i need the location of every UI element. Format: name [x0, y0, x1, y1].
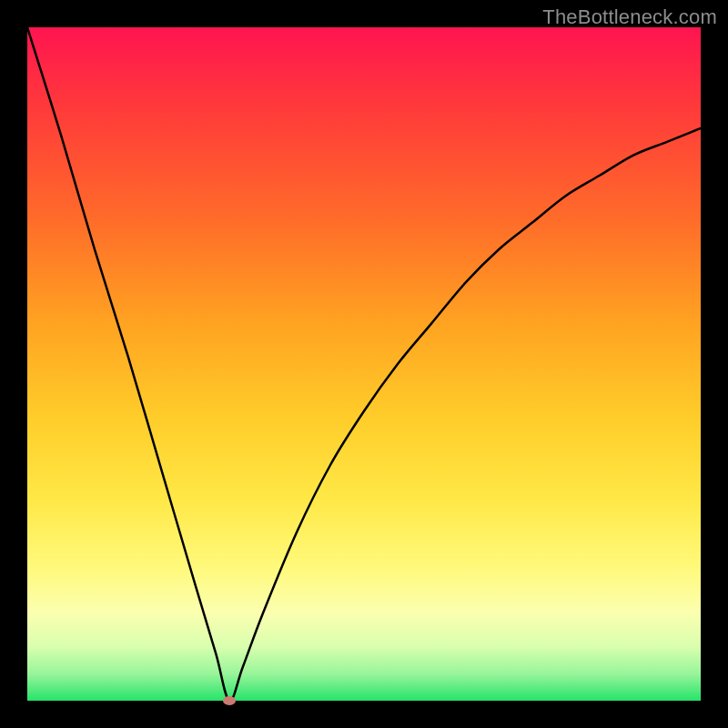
chart-frame: TheBottleneck.com [0, 0, 728, 728]
watermark-text: TheBottleneck.com [542, 5, 717, 29]
minimum-point-marker [223, 696, 236, 705]
bottleneck-curve [27, 27, 701, 701]
plot-area [27, 27, 701, 701]
